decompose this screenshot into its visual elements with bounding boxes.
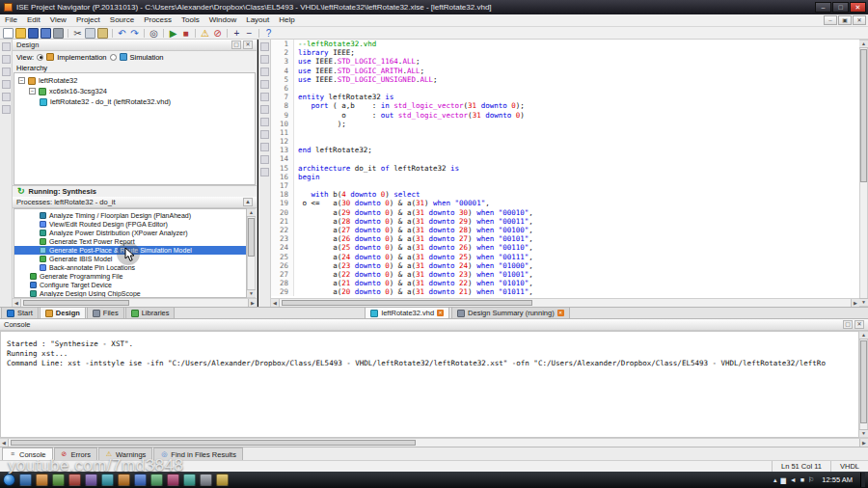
scrollbar-thumb[interactable]	[282, 300, 532, 306]
taskbar-app-3-icon[interactable]	[52, 474, 65, 486]
tab-design[interactable]: Design	[40, 307, 86, 318]
tab-close-icon[interactable]: ✕	[557, 310, 564, 316]
tree-expander-icon[interactable]: −	[29, 88, 36, 95]
properties-icon[interactable]	[2, 105, 11, 114]
indent-icon[interactable]	[260, 93, 269, 101]
refresh-icon[interactable]	[2, 93, 11, 101]
close-panel-icon[interactable]: ✕	[243, 41, 253, 49]
redo-icon[interactable]: ↷	[129, 28, 140, 39]
float-panel-icon[interactable]: ▢	[843, 320, 853, 329]
tab-find-in-files-results[interactable]: ◎Find in Files Results	[153, 447, 243, 460]
expand-all-icon[interactable]	[2, 55, 11, 64]
comment-icon[interactable]	[260, 118, 269, 126]
menu-item-process[interactable]: Process	[139, 14, 176, 26]
warning-icon[interactable]: ⚠	[200, 28, 210, 39]
scroll-right-arrow[interactable]: ▶	[248, 299, 257, 307]
macro-icon[interactable]	[260, 168, 269, 176]
taskbar-app-7-icon[interactable]	[118, 474, 130, 486]
cut-icon[interactable]: ✂	[72, 28, 83, 39]
find-icon[interactable]: ◎	[149, 28, 159, 39]
mdi-restore-button[interactable]: ▣	[838, 15, 852, 25]
menu-item-file[interactable]: File	[0, 14, 22, 26]
down-icon[interactable]	[2, 80, 11, 89]
fold-icon[interactable]	[260, 42, 269, 51]
process-item[interactable]: Generate IBIS Model	[14, 255, 246, 263]
mdi-minimize-button[interactable]: –	[824, 15, 837, 25]
paste-icon[interactable]	[97, 28, 108, 39]
tray-arrow-icon[interactable]: ▴	[773, 474, 777, 486]
zoom-in-icon[interactable]: +	[231, 28, 242, 39]
tab-libraries[interactable]: Libraries	[125, 307, 176, 318]
float-panel-icon[interactable]: ▢	[231, 41, 241, 49]
uncomment-icon[interactable]	[260, 130, 269, 139]
taskbar-app-9-icon[interactable]	[150, 474, 163, 486]
run-icon[interactable]: ▶	[168, 28, 178, 39]
hierarchy-tree[interactable]: −leftRotate32−xc6slx16-3csg324leftRotate…	[14, 72, 256, 185]
menu-item-layout[interactable]: Layout	[241, 14, 274, 26]
menu-item-window[interactable]: Window	[204, 14, 241, 26]
scroll-up-arrow[interactable]: ▲	[859, 41, 868, 48]
code-area[interactable]: 1--leftRotate32.vhd2library IEEE;3use IE…	[271, 40, 859, 298]
open-project-icon[interactable]	[15, 28, 26, 39]
collapse-all-icon[interactable]	[2, 42, 11, 51]
snippet-icon[interactable]	[260, 155, 269, 164]
process-item[interactable]: Analyze Design Using ChipScope	[14, 289, 246, 298]
taskbar-app-4-icon[interactable]	[68, 474, 81, 486]
scroll-right-arrow[interactable]: ▶	[859, 439, 868, 447]
process-item[interactable]: Back-annotate Pin Locations	[14, 263, 246, 272]
menu-item-tools[interactable]: Tools	[176, 14, 204, 26]
collapse-processes-icon[interactable]: ▲	[243, 198, 253, 206]
close-button[interactable]: ✕	[850, 2, 866, 13]
scroll-left-arrow[interactable]: ◀	[0, 439, 9, 447]
menu-item-view[interactable]: View	[45, 14, 71, 26]
process-item[interactable]: Analyze Timing / Floorplan Design (PlanA…	[14, 211, 246, 220]
taskbar-app-1-icon[interactable]	[19, 474, 32, 486]
editor-vertical-scrollbar[interactable]: ▲ ▼	[859, 40, 868, 307]
bookmark-icon[interactable]	[260, 68, 269, 76]
taskbar-clock[interactable]: 12:55 AM	[818, 475, 856, 484]
view-radio-simulation[interactable]	[110, 54, 117, 61]
show-desktop-button[interactable]	[860, 473, 865, 487]
process-item[interactable]: Generate Programming File	[14, 272, 246, 281]
save-all-icon[interactable]	[41, 28, 51, 39]
scroll-up-arrow[interactable]: ▲	[247, 209, 256, 217]
taskbar-app-10-icon[interactable]	[167, 474, 179, 486]
taskbar-app-11-icon[interactable]	[183, 474, 196, 486]
scroll-down-arrow[interactable]: ▼	[859, 298, 868, 306]
print-icon[interactable]	[53, 28, 64, 39]
document-tab[interactable]: leftRotate32.vhd✕	[365, 307, 449, 318]
tree-item[interactable]: leftRotate32 - do_it (leftRotate32.vhd)	[14, 96, 255, 107]
zoom-out-icon[interactable]: −	[244, 28, 255, 39]
help-icon[interactable]: ?	[263, 28, 274, 39]
scroll-left-arrow[interactable]: ◀	[271, 299, 280, 307]
tab-errors[interactable]: ⊘Errors	[54, 447, 97, 460]
menu-item-project[interactable]: Project	[71, 14, 105, 26]
process-item[interactable]: Generate Post-Place & Route Simulation M…	[14, 246, 246, 255]
view-radio-implementation[interactable]	[37, 54, 43, 61]
tray-update-icon[interactable]: ■	[800, 474, 804, 486]
scrollbar-thumb[interactable]	[860, 340, 867, 423]
scrollbar-thumb[interactable]	[860, 49, 867, 182]
copy-icon[interactable]	[85, 28, 95, 39]
taskbar-app-5-icon[interactable]	[85, 474, 97, 486]
outdent-icon[interactable]	[260, 105, 269, 114]
stop-icon[interactable]: ■	[180, 28, 191, 39]
process-item[interactable]: View/Edit Routed Design (FPGA Editor)	[14, 220, 246, 229]
scrollbar-thumb[interactable]	[248, 218, 255, 257]
error-icon[interactable]: ⊘	[212, 28, 223, 39]
menu-item-source[interactable]: Source	[105, 14, 139, 26]
tree-item[interactable]: −xc6slx16-3csg324	[14, 86, 255, 96]
tree-item[interactable]: −leftRotate32	[14, 75, 255, 86]
scroll-right-arrow[interactable]: ▶	[851, 299, 859, 307]
console-vertical-scrollbar[interactable]: ▲ ▼	[859, 331, 868, 438]
scroll-left-arrow[interactable]: ◀	[13, 299, 21, 307]
unfold-icon[interactable]	[260, 55, 269, 64]
tray-volume-icon[interactable]: ◄	[790, 474, 797, 486]
goto-icon[interactable]	[260, 80, 269, 89]
save-icon[interactable]	[28, 28, 39, 39]
mdi-close-button[interactable]: ✕	[853, 15, 866, 25]
process-item[interactable]: Generate Text Power Report	[14, 237, 246, 246]
tree-expander-icon[interactable]: −	[18, 77, 25, 84]
scrollbar-thumb[interactable]	[11, 440, 416, 446]
document-tab[interactable]: Design Summary (running)✕	[451, 307, 570, 318]
